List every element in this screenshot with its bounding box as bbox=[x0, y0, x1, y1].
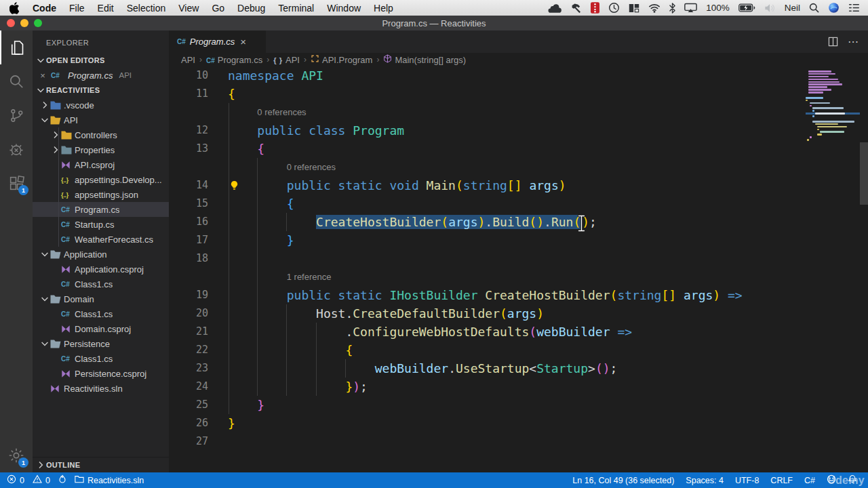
breadcrumb-item[interactable]: API bbox=[181, 55, 195, 65]
tree-item-weatherforecast-cs[interactable]: C#WeatherForecast.cs bbox=[33, 232, 169, 247]
code-line[interactable]: 20 Host.CreateDefaultBuilder(args) bbox=[169, 304, 868, 323]
window-manager-icon[interactable] bbox=[629, 3, 639, 14]
code-line[interactable]: 11{ bbox=[169, 85, 868, 103]
film-icon[interactable] bbox=[591, 2, 599, 14]
menu-code[interactable]: Code bbox=[33, 3, 56, 14]
code-line[interactable]: 24 }); bbox=[169, 378, 868, 396]
status-folder[interactable]: Reactivities.sln bbox=[75, 475, 144, 485]
code-line[interactable]: 21 .ConfigureWebHostDefaults(webBuilder … bbox=[169, 323, 868, 341]
status-crlf[interactable]: CRLF bbox=[770, 476, 793, 485]
activity-extensions[interactable]: 1 bbox=[0, 166, 33, 200]
split-editor-icon[interactable] bbox=[828, 37, 838, 47]
tree-item-class1-cs[interactable]: C#Class1.cs bbox=[33, 306, 169, 321]
code-line[interactable]: 13 { bbox=[169, 140, 868, 158]
tree-item-persistence-csproj[interactable]: Persistence.csproj bbox=[33, 366, 169, 381]
notification-list-icon[interactable] bbox=[848, 3, 860, 12]
cloud-icon[interactable] bbox=[547, 3, 562, 13]
activity-run-debug[interactable] bbox=[0, 132, 33, 166]
hammer-icon[interactable] bbox=[571, 3, 582, 14]
breadcrumb-item[interactable]: API.Program bbox=[311, 54, 372, 65]
tree-item-application[interactable]: Application bbox=[33, 247, 169, 262]
tree-item-reactivities-sln[interactable]: Reactivities.sln bbox=[33, 381, 169, 396]
editor-scrollbar-thumb[interactable] bbox=[860, 142, 868, 205]
tree-item-domain[interactable]: Domain bbox=[33, 291, 169, 306]
tree-item-properties[interactable]: Properties bbox=[33, 142, 169, 157]
menu-terminal[interactable]: Terminal bbox=[278, 3, 314, 14]
more-actions-icon[interactable]: ⋯ bbox=[848, 35, 859, 48]
menu-window[interactable]: Window bbox=[327, 3, 361, 14]
tree-item-application-csproj[interactable]: Application.csproj bbox=[33, 262, 169, 277]
apple-menu-icon[interactable] bbox=[9, 2, 20, 14]
menu-help[interactable]: Help bbox=[374, 3, 393, 14]
breadcrumb-item[interactable]: { }API bbox=[273, 55, 300, 65]
codelens-label[interactable]: 0 references bbox=[257, 107, 306, 117]
tree-item-startup-cs[interactable]: C#Startup.cs bbox=[33, 217, 169, 232]
codelens-label[interactable]: 0 references bbox=[287, 162, 336, 172]
outline-header[interactable]: OUTLINE bbox=[33, 458, 169, 472]
code-line[interactable]: 27 bbox=[169, 432, 868, 451]
bluetooth-icon[interactable] bbox=[669, 3, 675, 14]
menu-view[interactable]: View bbox=[178, 3, 199, 14]
tab-program-cs[interactable]: C# Program.cs × bbox=[169, 30, 266, 53]
status-c[interactable]: C# bbox=[804, 476, 815, 485]
tree-item-class1-cs[interactable]: C#Class1.cs bbox=[33, 277, 169, 291]
activity-manage[interactable]: 1 bbox=[0, 439, 33, 472]
menu-edit[interactable]: Edit bbox=[98, 3, 114, 14]
menu-debug[interactable]: Debug bbox=[237, 3, 265, 14]
activity-source-control[interactable] bbox=[0, 98, 33, 132]
volume-muted-icon[interactable] bbox=[764, 3, 776, 13]
menu-go[interactable]: Go bbox=[212, 3, 224, 14]
tree-item-api[interactable]: API bbox=[33, 113, 169, 127]
tree-item-class1-cs[interactable]: C#Class1.cs bbox=[33, 351, 169, 366]
activity-search[interactable] bbox=[0, 64, 33, 98]
tree-item-appsettings-develop-[interactable]: {..}appsettings.Develop... bbox=[33, 172, 169, 187]
tree-item-controllers[interactable]: Controllers bbox=[33, 127, 169, 142]
code-line[interactable]: 17 } bbox=[169, 231, 868, 249]
breadcrumb-item[interactable]: Main(string[] args) bbox=[383, 54, 466, 65]
tree-item-domain-csproj[interactable]: Domain.csproj bbox=[33, 321, 169, 336]
workspace-header[interactable]: REACTIVITIES bbox=[33, 83, 169, 98]
status-ln[interactable]: Ln 16, Col 49 (36 selected) bbox=[572, 476, 674, 485]
menu-file[interactable]: File bbox=[69, 3, 85, 14]
status-utf8[interactable]: UTF-8 bbox=[735, 476, 759, 485]
status-spaces[interactable]: Spaces: 4 bbox=[686, 476, 724, 485]
status-warning[interactable]: 0 bbox=[33, 474, 50, 486]
code-line[interactable]: 14 public static void Main(string[] args… bbox=[169, 176, 868, 195]
open-editor-item[interactable]: ×C#Program.csAPI bbox=[33, 68, 169, 83]
code-line[interactable]: 19 public static IHostBuilder CreateHost… bbox=[169, 286, 868, 304]
status-flame[interactable] bbox=[58, 474, 66, 486]
tree-item-api-csproj[interactable]: API.csproj bbox=[33, 157, 169, 172]
status-error[interactable]: 0 bbox=[7, 474, 24, 486]
close-editor-icon[interactable]: × bbox=[38, 70, 47, 81]
minimap[interactable] bbox=[806, 70, 860, 142]
code-line[interactable]: 22 { bbox=[169, 341, 868, 359]
code-line[interactable]: 12 public class Program bbox=[169, 121, 868, 140]
open-editors-header[interactable]: OPEN EDITORS bbox=[33, 53, 169, 68]
tree-item-appsettings-json[interactable]: {..}appsettings.json bbox=[33, 187, 169, 202]
code-line[interactable]: 23 webBuilder.UseStartup<Startup>(); bbox=[169, 359, 868, 378]
code-line[interactable]: 15 { bbox=[169, 195, 868, 213]
breadcrumb-item[interactable]: C#Program.cs bbox=[206, 55, 262, 65]
wifi-icon[interactable] bbox=[648, 3, 660, 13]
code-line[interactable]: 26} bbox=[169, 414, 868, 432]
menu-selection[interactable]: Selection bbox=[127, 3, 166, 14]
spotlight-icon[interactable] bbox=[809, 3, 819, 13]
code-area[interactable]: 10namespace API11{0 references12 public … bbox=[169, 66, 868, 472]
battery-charging-icon[interactable] bbox=[738, 3, 755, 12]
tree-item--vscode[interactable]: .vscode bbox=[33, 98, 169, 113]
code-line[interactable]: 18 bbox=[169, 249, 868, 268]
close-tab-icon[interactable]: × bbox=[240, 36, 246, 47]
code-line[interactable]: 25 } bbox=[169, 396, 868, 414]
codelens-label[interactable]: 1 reference bbox=[287, 272, 332, 282]
tree-item-program-cs[interactable]: C#Program.cs bbox=[33, 202, 169, 217]
window-title-bar[interactable]: Program.cs — Reactivities bbox=[0, 16, 868, 30]
airplay-icon[interactable] bbox=[684, 3, 697, 13]
siri-icon[interactable] bbox=[828, 2, 840, 14]
code-line[interactable]: 16 CreateHostBuilder(args).Build().Run()… bbox=[169, 213, 868, 231]
time-machine-icon[interactable] bbox=[608, 2, 620, 14]
activity-explorer[interactable] bbox=[0, 30, 33, 64]
status-feedback[interactable] bbox=[827, 474, 836, 486]
status-bell[interactable] bbox=[848, 474, 857, 486]
tree-item-persistence[interactable]: Persistence bbox=[33, 336, 169, 351]
code-line[interactable]: 10namespace API bbox=[169, 66, 868, 85]
